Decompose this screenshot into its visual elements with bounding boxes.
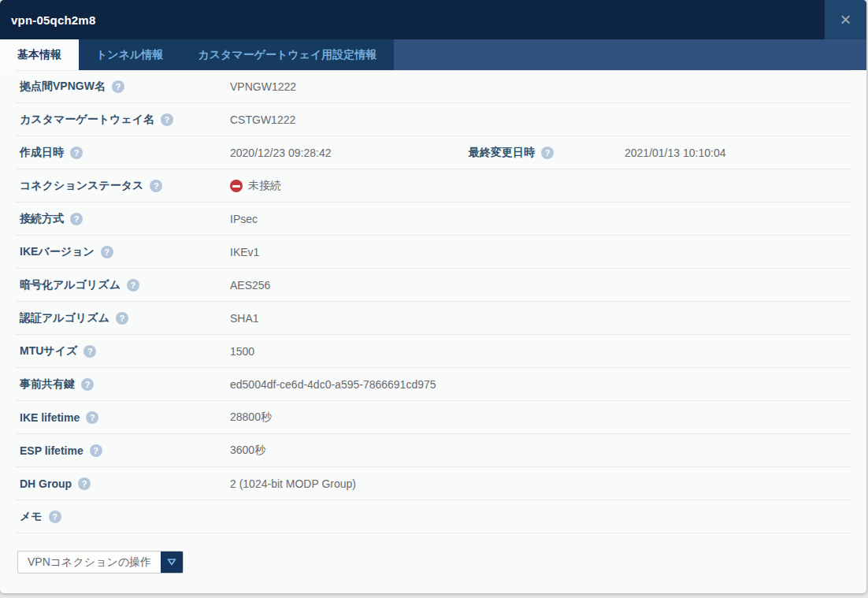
dialog-title: vpn-05qch2m8 bbox=[0, 13, 95, 27]
tab-tunnel-info[interactable]: トンネル情報 bbox=[79, 39, 180, 70]
label-text: IKEバージョン bbox=[20, 245, 95, 259]
label-text: MTUサイズ bbox=[20, 344, 77, 358]
field-label: MTUサイズ ? bbox=[16, 344, 96, 358]
field-label: 事前共有鍵 ? bbox=[16, 377, 94, 392]
help-icon[interactable]: ? bbox=[83, 345, 96, 358]
table-row-connection-status: コネクションステータス ? 未接続 bbox=[16, 169, 851, 202]
help-icon[interactable]: ? bbox=[127, 279, 139, 292]
tab-customer-gateway-config[interactable]: カスタマーゲートウェイ用設定情報 bbox=[180, 39, 394, 70]
tab-basic-info[interactable]: 基本情報 bbox=[0, 39, 79, 70]
disconnected-status-icon bbox=[230, 180, 243, 192]
field-value: CSTGW1222 bbox=[230, 113, 295, 126]
field-value: 2020/12/23 09:28:42 bbox=[230, 147, 331, 159]
field-label: IKEバージョン ? bbox=[16, 245, 113, 259]
status-text: 未接続 bbox=[248, 179, 281, 193]
table-row-connection-method: 接続方式 ? IPsec bbox=[16, 202, 851, 236]
field-value: VPNGW1222 bbox=[230, 80, 296, 93]
field-value: AES256 bbox=[230, 279, 270, 292]
table-row-mtu-size: MTUサイズ ? 1500 bbox=[16, 335, 851, 368]
field-value: SHA1 bbox=[230, 312, 259, 325]
help-icon[interactable]: ? bbox=[112, 80, 124, 93]
table-row-encryption-algorithm: 暗号化アルゴリズム ? AES256 bbox=[16, 269, 851, 302]
vpn-detail-dialog: vpn-05qch2m8 × 基本情報 トンネル情報 カスタマーゲートウェイ用設… bbox=[0, 0, 866, 593]
label-text: 認証アルゴリズム bbox=[20, 311, 109, 325]
table-row-memo: メモ ? bbox=[16, 500, 851, 533]
dialog-header: vpn-05qch2m8 × bbox=[0, 0, 866, 39]
close-button[interactable]: × bbox=[825, 0, 866, 39]
help-icon[interactable]: ? bbox=[70, 147, 83, 159]
help-icon[interactable]: ? bbox=[541, 147, 554, 159]
close-icon: × bbox=[840, 10, 851, 29]
help-icon[interactable]: ? bbox=[86, 411, 98, 424]
dialog-footer: VPNコネクションの操作 bbox=[17, 551, 866, 574]
field-value: IPsec bbox=[230, 213, 258, 225]
field-label: メモ ? bbox=[16, 510, 61, 524]
label-text: ESP lifetime bbox=[20, 444, 83, 457]
field-label: 接続方式 ? bbox=[16, 212, 83, 226]
label-text: 最終変更日時 bbox=[469, 146, 535, 160]
label-text: IKE lifetime bbox=[20, 411, 80, 424]
table-row-pre-shared-key: 事前共有鍵 ? ed5004df-ce6d-4dc0-a595-7866691c… bbox=[16, 368, 851, 401]
field-label: 暗号化アルゴリズム ? bbox=[16, 278, 139, 292]
field-value: ed5004df-ce6d-4dc0-a595-7866691cd975 bbox=[230, 378, 436, 391]
field-label: DH Group ? bbox=[16, 477, 91, 490]
field-value-last-modified: 2021/01/13 10:10:04 bbox=[625, 147, 725, 159]
label-text: コネクションステータス bbox=[20, 179, 143, 193]
field-value: IKEv1 bbox=[230, 246, 259, 258]
label-text: 接続方式 bbox=[20, 212, 64, 226]
help-icon[interactable]: ? bbox=[70, 213, 83, 225]
table-row-created-date: 作成日時 ? 2020/12/23 09:28:42 最終変更日時 ? 2021… bbox=[16, 136, 851, 169]
vpn-connection-actions-label[interactable]: VPNコネクションの操作 bbox=[18, 552, 161, 573]
label-text: DH Group bbox=[20, 477, 72, 490]
field-label: IKE lifetime ? bbox=[16, 411, 98, 424]
help-icon[interactable]: ? bbox=[101, 246, 113, 258]
field-value: 2 (1024-bit MODP Group) bbox=[230, 477, 356, 490]
table-row-vpngw-name: 拠点間VPNGW名 ? VPNGW1222 bbox=[16, 70, 851, 103]
label-text: 作成日時 bbox=[20, 146, 64, 160]
field-label: 作成日時 ? bbox=[16, 146, 83, 160]
status-badge: 未接続 bbox=[230, 179, 281, 193]
table-row-auth-algorithm: 認証アルゴリズム ? SHA1 bbox=[16, 302, 851, 335]
detail-table: 拠点間VPNGW名 ? VPNGW1222 カスタマーゲートウェイ名 ? CST… bbox=[16, 70, 851, 533]
table-row-customer-gateway-name: カスタマーゲートウェイ名 ? CSTGW1222 bbox=[16, 103, 851, 136]
field-label: コネクションステータス ? bbox=[16, 179, 162, 193]
field-label: 認証アルゴリズム ? bbox=[16, 311, 128, 325]
field-label: 拠点間VPNGW名 ? bbox=[16, 80, 124, 94]
table-row-dh-group: DH Group ? 2 (1024-bit MODP Group) bbox=[16, 467, 851, 500]
label-text: 事前共有鍵 bbox=[20, 377, 75, 392]
table-row-ike-version: IKEバージョン ? IKEv1 bbox=[16, 236, 851, 269]
help-icon[interactable]: ? bbox=[78, 477, 91, 490]
label-text: 暗号化アルゴリズム bbox=[20, 278, 121, 292]
help-icon[interactable]: ? bbox=[81, 378, 94, 391]
help-icon[interactable]: ? bbox=[49, 511, 61, 523]
field-label: ESP lifetime ? bbox=[16, 444, 102, 457]
help-icon[interactable]: ? bbox=[90, 444, 102, 457]
label-text: カスタマーゲートウェイ名 bbox=[20, 113, 154, 127]
field-value: 28800秒 bbox=[230, 410, 272, 425]
table-row-esp-lifetime: ESP lifetime ? 3600秒 bbox=[16, 434, 851, 467]
vpn-connection-actions-button[interactable]: VPNコネクションの操作 bbox=[17, 551, 184, 574]
field-value: 3600秒 bbox=[230, 444, 265, 458]
field-label: カスタマーゲートウェイ名 ? bbox=[16, 113, 173, 127]
chevron-down-icon[interactable] bbox=[161, 552, 183, 573]
help-icon[interactable]: ? bbox=[116, 312, 128, 325]
label-text: メモ bbox=[20, 510, 43, 524]
field-value: 1500 bbox=[230, 345, 254, 358]
help-icon[interactable]: ? bbox=[161, 113, 173, 126]
table-row-ike-lifetime: IKE lifetime ? 28800秒 bbox=[16, 401, 851, 434]
field-label-last-modified: 最終変更日時 ? bbox=[469, 146, 554, 160]
help-icon[interactable]: ? bbox=[150, 180, 162, 192]
inactive-tab-group: トンネル情報 カスタマーゲートウェイ用設定情報 bbox=[79, 39, 394, 70]
label-text: 拠点間VPNGW名 bbox=[20, 80, 106, 94]
tab-bar: 基本情報 トンネル情報 カスタマーゲートウェイ用設定情報 bbox=[0, 39, 866, 70]
